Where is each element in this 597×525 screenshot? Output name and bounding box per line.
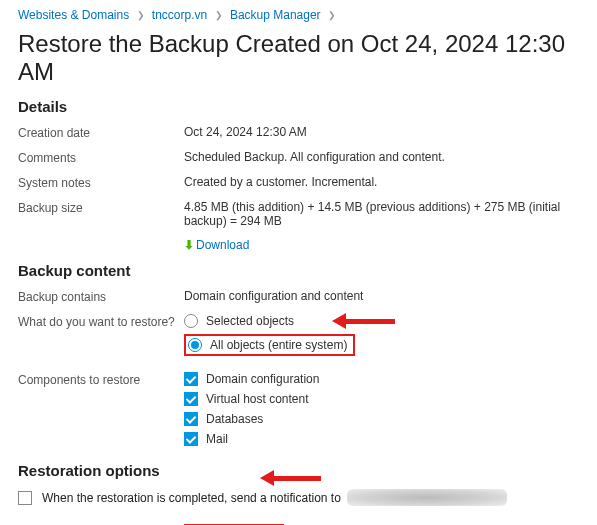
- label-components: Components to restore: [18, 372, 184, 387]
- breadcrumb-websites[interactable]: Websites & Domains: [18, 8, 129, 22]
- label-restore-what: What do you want to restore?: [18, 314, 184, 329]
- page-title: Restore the Backup Created on Oct 24, 20…: [18, 30, 579, 86]
- checkbox-databases-label: Databases: [206, 412, 263, 426]
- annotation-arrow-icon: [260, 470, 321, 486]
- breadcrumb-backup-manager[interactable]: Backup Manager: [230, 8, 321, 22]
- section-backup-content: Backup content: [18, 262, 579, 279]
- chevron-right-icon: ❯: [324, 10, 340, 20]
- value-backup-size: 4.85 MB (this addition) + 14.5 MB (previ…: [184, 200, 579, 228]
- value-comments: Scheduled Backup. All configuration and …: [184, 150, 579, 164]
- radio-all-objects[interactable]: [188, 338, 202, 352]
- value-creation-date: Oct 24, 2024 12:30 AM: [184, 125, 579, 139]
- radio-selected-objects[interactable]: [184, 314, 198, 328]
- checkbox-domain-config[interactable]: [184, 372, 198, 386]
- value-system-notes: Created by a customer. Incremental.: [184, 175, 579, 189]
- notification-label: When the restoration is completed, send …: [42, 491, 341, 505]
- checkbox-databases[interactable]: [184, 412, 198, 426]
- download-icon: ⬇: [184, 238, 194, 252]
- section-details: Details: [18, 98, 579, 115]
- label-backup-contains: Backup contains: [18, 289, 184, 304]
- label-backup-size: Backup size: [18, 200, 184, 215]
- radio-selected-objects-label: Selected objects: [206, 314, 294, 328]
- checkbox-domain-config-label: Domain configuration: [206, 372, 319, 386]
- highlight-all-objects: All objects (entire system): [184, 334, 355, 356]
- breadcrumb: Websites & Domains ❯ tnccorp.vn ❯ Backup…: [18, 4, 579, 28]
- radio-all-objects-label: All objects (entire system): [210, 338, 347, 352]
- label-comments: Comments: [18, 150, 184, 165]
- checkbox-virtual-host-label: Virtual host content: [206, 392, 309, 406]
- breadcrumb-domain[interactable]: tnccorp.vn: [152, 8, 207, 22]
- chevron-right-icon: ❯: [211, 10, 227, 20]
- download-label: Download: [196, 238, 249, 252]
- download-link[interactable]: ⬇Download: [184, 238, 249, 252]
- label-system-notes: System notes: [18, 175, 184, 190]
- chevron-right-icon: ❯: [133, 10, 149, 20]
- label-creation-date: Creation date: [18, 125, 184, 140]
- checkbox-virtual-host[interactable]: [184, 392, 198, 406]
- notification-email-field[interactable]: [347, 489, 507, 506]
- checkbox-mail-label: Mail: [206, 432, 228, 446]
- checkbox-send-notification[interactable]: [18, 491, 32, 505]
- value-backup-contains: Domain configuration and content: [184, 289, 579, 303]
- annotation-arrow-icon: [332, 313, 395, 329]
- checkbox-mail[interactable]: [184, 432, 198, 446]
